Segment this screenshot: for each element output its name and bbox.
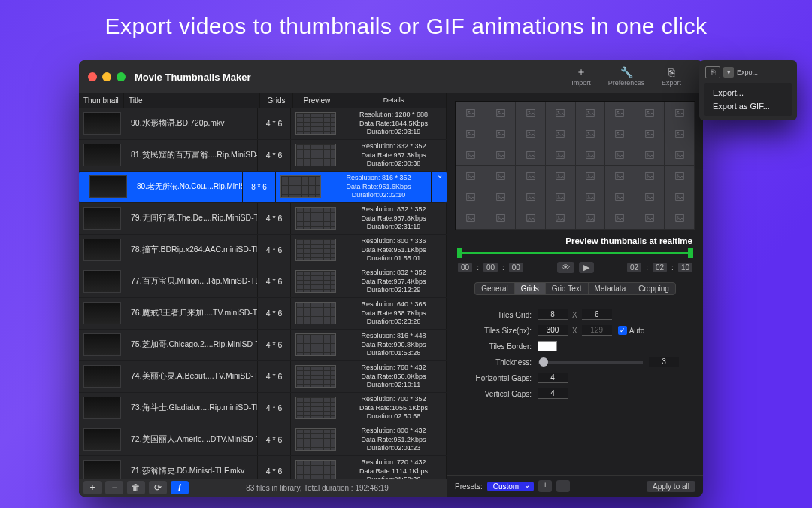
export-as-gif-menu-item[interactable]: Export as GIF...	[704, 99, 792, 113]
thumbnail-image	[89, 175, 127, 198]
svg-point-27	[617, 132, 619, 133]
svg-rect-26	[616, 130, 624, 137]
svg-point-13	[647, 111, 649, 112]
tab-grids[interactable]: Grids	[514, 282, 545, 295]
svg-point-15	[677, 111, 679, 112]
thumbnail-image	[83, 270, 121, 293]
table-row[interactable]: 78.撞车.BDRip.x264.AAC.miniSD-TLF.mkv4 * 6…	[79, 235, 447, 266]
svg-rect-32	[467, 151, 475, 158]
export-icon[interactable]: ⎘	[705, 66, 720, 78]
thumbnail-image	[83, 144, 121, 166]
grid-cell	[635, 123, 665, 144]
header-grids[interactable]: Grids	[260, 93, 293, 108]
play-icon[interactable]: ▶	[579, 262, 594, 273]
range-handle-left[interactable]	[457, 248, 462, 258]
thickness-slider[interactable]	[538, 361, 643, 364]
table-row[interactable]: 79.无间行者.The.De....Rip.MiniSD-TLF.mkv4 * …	[79, 203, 447, 235]
table-row[interactable]: 76.魔戒3王者归来加....TV.miniSD-TLF.mkv4 * 6Res…	[79, 298, 447, 330]
table-row[interactable]: 81.贫民窟的百万富翁....Rip.MiniSD-TLF.mkv4 * 6Re…	[79, 140, 447, 172]
tiles-grid-label: Tiles Grid:	[458, 311, 532, 319]
grid-cell	[456, 102, 486, 123]
minimize-icon[interactable]	[102, 72, 111, 81]
refresh-button[interactable]: ⟳	[149, 481, 167, 494]
table-row[interactable]: 75.芝加哥.Chicago.2....Rip.MiniSD-TLF.mkv4 …	[79, 330, 447, 361]
tab-grid-text[interactable]: Grid Text	[545, 282, 588, 295]
chevron-down-icon[interactable]: ▾	[723, 67, 734, 78]
thumbnail-image	[83, 239, 121, 261]
svg-rect-18	[497, 130, 505, 137]
header-title[interactable]: Title	[124, 93, 260, 108]
grid-cell	[546, 166, 575, 186]
thickness-value[interactable]	[649, 357, 679, 367]
table-row[interactable]: 71.莎翁情史.D5.Minisd-TLF.mkv4 * 6Resolution…	[79, 456, 447, 479]
table-row[interactable]: 90.水形物语.BD.720p.mkv4 * 6Resolution: 1280…	[79, 108, 447, 140]
vgaps-value[interactable]	[538, 388, 568, 399]
eye-icon[interactable]: 👁	[557, 262, 574, 273]
close-icon[interactable]	[88, 72, 97, 81]
preview-mini-icon	[295, 239, 336, 261]
table-row[interactable]: 74.美丽心灵.A.Beaut....TV.MiniSD-TLF.mkv4 * …	[79, 361, 447, 393]
header-thumbnail[interactable]: Thumbnail	[79, 93, 124, 108]
header-preview[interactable]: Preview	[293, 93, 341, 108]
auto-toggle[interactable]: ✓ Auto	[618, 326, 645, 335]
export-menu-item[interactable]: Export...	[704, 86, 792, 99]
thumbnail-image	[83, 428, 121, 451]
svg-point-11	[617, 111, 619, 112]
trash-button[interactable]: 🗑	[127, 481, 145, 494]
svg-rect-60	[646, 173, 654, 180]
hgaps-value[interactable]	[538, 373, 568, 383]
tab-metadata[interactable]: Metadata	[588, 282, 632, 295]
remove-button[interactable]: −	[105, 481, 123, 494]
preferences-button[interactable]: 🔧 Preferences	[604, 65, 649, 88]
export-button[interactable]: ⎘ Export	[649, 65, 694, 88]
zoom-icon[interactable]	[117, 72, 126, 81]
preset-add-button[interactable]: +	[538, 480, 552, 492]
table-row[interactable]: 77.百万宝贝.Million....Rip.MiniSD-TLF.mkv4 *…	[79, 266, 447, 298]
svg-rect-88	[586, 215, 595, 222]
svg-rect-34	[497, 151, 505, 158]
details-cell: Resolution: 800 * 432Data Rate:951.2Kbps…	[341, 424, 447, 455]
details-cell: Resolution: 832 * 352Data Rate:967.4Kbps…	[341, 266, 447, 297]
range-handle-right[interactable]	[688, 248, 693, 258]
thickness-label: Thickness:	[458, 358, 532, 367]
range-track[interactable]	[458, 250, 692, 256]
border-color-swatch[interactable]	[538, 341, 557, 351]
tiles-grid-y[interactable]	[582, 309, 612, 320]
table-row[interactable]: 80.老无所依.No.Cou....Rip.MiniSD-TLF.mkv8 * …	[79, 172, 447, 203]
grid-cell	[546, 144, 575, 165]
preview-mini-icon	[295, 207, 336, 230]
grid-cell	[486, 144, 516, 165]
tiles-size-w[interactable]	[538, 325, 568, 336]
svg-rect-42	[616, 151, 624, 158]
preset-remove-button[interactable]: −	[556, 480, 570, 492]
info-button[interactable]: i	[171, 481, 189, 494]
import-button[interactable]: ＋ Import	[559, 65, 604, 88]
tiles-grid-x[interactable]	[538, 309, 568, 320]
table-row[interactable]: 73.角斗士.Gladiator....Rip.miniSD-TLF.mkv4 …	[79, 393, 447, 424]
thumbnail-image	[83, 460, 121, 479]
apply-to-all-button[interactable]: Apply to all	[647, 481, 695, 492]
tab-cropping[interactable]: Cropping	[632, 282, 676, 295]
svg-point-67	[498, 196, 500, 197]
time-right-hh: 02	[627, 263, 641, 272]
svg-point-37	[529, 154, 530, 155]
tab-general[interactable]: General	[474, 282, 514, 295]
presets-select[interactable]: Custom	[487, 482, 534, 491]
svg-point-49	[468, 175, 470, 176]
svg-rect-38	[556, 151, 565, 158]
slider-knob[interactable]	[539, 357, 548, 367]
add-button[interactable]: +	[83, 481, 102, 494]
svg-point-73	[588, 196, 589, 197]
range-line	[458, 252, 692, 254]
time-left-mm: 00	[483, 263, 498, 272]
header-details[interactable]: Details	[341, 93, 447, 108]
svg-rect-92	[646, 215, 654, 222]
grids-cell: 8 * 6	[243, 172, 276, 202]
svg-rect-56	[586, 173, 595, 180]
titlebar: Movie Thumbnails Maker ＋ Import 🔧 Prefer…	[79, 60, 703, 93]
grid-cell	[665, 166, 694, 186]
details-cell: Resolution: 720 * 432Data Rate:1114.1Kbp…	[341, 456, 447, 479]
settings-tabs: GeneralGridsGrid TextMetadataCropping	[458, 282, 692, 295]
table-row[interactable]: 72.美国丽人.Americ....DTV.MiniSD-TLF.mkv4 * …	[79, 424, 447, 456]
plus-icon: ＋	[576, 67, 586, 78]
